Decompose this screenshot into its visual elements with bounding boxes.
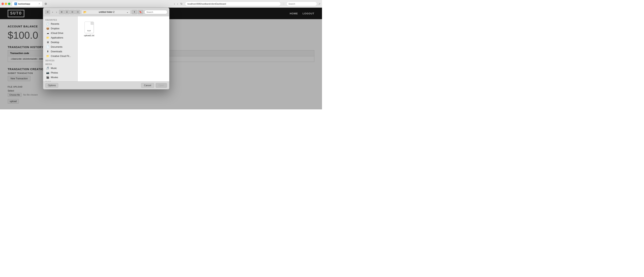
dialog-overlay: ⊞ ‹ › ⊞ ☰ ⊟ ⊡ 📂 untitled folder 2 ⌄ ⬆ — [0, 8, 322, 109]
view-icon-button[interactable]: ⊞ — [45, 10, 50, 14]
downloads-icon: ⬇ — [46, 50, 49, 53]
icloud-icon: ☁ — [46, 32, 49, 34]
tab-title: bankwebapp — [18, 3, 30, 5]
view-grid-button[interactable]: ⊞ — [59, 10, 64, 14]
photos-icon: 📷 — [46, 71, 49, 74]
sidebar-item-desktop-label: Desktop — [51, 41, 59, 44]
sidebar-item-movies-label: Movies — [51, 76, 58, 79]
sidebar-item-icloud[interactable]: ☁ iCloud Drive — [44, 31, 77, 35]
music-icon: 🎵 — [46, 67, 49, 69]
favorites-section-label: Favorites — [43, 18, 78, 21]
tab-bar: B bankwebapp ✕ ⊕ — [12, 1, 172, 6]
dropbox-icon: 📦 — [46, 27, 49, 30]
tab-close-button[interactable]: ✕ — [38, 3, 40, 5]
documents-icon: 📄 — [46, 45, 49, 48]
sidebar-item-movies[interactable]: 🎬 Movies — [44, 75, 77, 79]
sidebar-item-documents[interactable]: 📄 Documents — [44, 45, 77, 49]
open-button[interactable]: Open — [156, 83, 167, 88]
tab-favicon: B — [14, 2, 17, 5]
close-window-button[interactable] — [2, 3, 4, 5]
options-button[interactable]: Options — [46, 83, 58, 88]
address-bar[interactable] — [185, 1, 281, 6]
sidebar-item-music-label: Music — [51, 67, 57, 69]
nav-controls: ‹ › ↻ — [173, 2, 184, 6]
txt-badge: TXT — [87, 30, 91, 32]
recents-icon: 🕐 — [46, 22, 49, 25]
browser-search-input[interactable] — [286, 1, 317, 6]
desktop-icon: 🖥 — [46, 41, 49, 44]
sidebar-item-documents-label: Documents — [51, 46, 62, 48]
cancel-button[interactable]: Cancel — [141, 83, 154, 88]
sidebar-item-recents[interactable]: 🕐 Recents — [44, 22, 77, 26]
sidebar-item-dropbox-label: Dropbox — [51, 27, 60, 30]
file-item[interactable]: TXT upload1.txt — [82, 20, 97, 38]
picker-forward-button[interactable]: › — [55, 10, 58, 14]
sidebar-item-desktop[interactable]: 🖥 Desktop — [44, 40, 77, 44]
reload-button[interactable]: ↻ — [180, 2, 184, 6]
fullscreen-button[interactable]: ⤢ — [318, 2, 320, 5]
view-buttons: ⊞ — [45, 10, 50, 14]
devices-section-label: Devices — [43, 58, 78, 62]
website: SUTO HOME LOGOUT ACCOUNT BALANCE $100.0 … — [0, 8, 322, 109]
sidebar-item-applications[interactable]: 📁 Applications — [44, 35, 77, 40]
sidebar-item-photos-label: Photos — [51, 71, 58, 74]
picker-toolbar: ⊞ ‹ › ⊞ ☰ ⊟ ⊡ 📂 untitled folder 2 ⌄ ⬆ — [43, 8, 169, 16]
traffic-lights — [2, 3, 10, 5]
bookmark-button[interactable]: ☆ — [282, 2, 285, 5]
forward-button[interactable]: › — [176, 2, 179, 6]
sidebar-item-dropbox[interactable]: 📦 Dropbox — [44, 26, 77, 31]
view-column-button[interactable]: ⊟ — [70, 10, 75, 14]
tags-section-label: Tags — [43, 80, 78, 81]
sidebar-item-photos[interactable]: 📷 Photos — [44, 70, 77, 75]
back-button[interactable]: ‹ — [173, 2, 176, 6]
sidebar-item-icloud-label: iCloud Drive — [51, 32, 63, 34]
creative-cloud-icon: 📁 — [46, 55, 49, 57]
picker-body: Favorites 🕐 Recents 📦 Dropbox ☁ iCloud D… — [43, 16, 169, 81]
movies-icon: 🎬 — [46, 76, 49, 79]
file-picker-dialog: ⊞ ‹ › ⊞ ☰ ⊟ ⊡ 📂 untitled folder 2 ⌄ ⬆ — [43, 8, 170, 89]
file-name: upload1.txt — [84, 34, 94, 36]
picker-footer: Options Cancel Open — [43, 81, 169, 89]
picker-main-area: TXT upload1.txt — [78, 16, 169, 81]
picker-search-input[interactable] — [144, 10, 167, 14]
maximize-window-button[interactable] — [8, 3, 10, 5]
share-button[interactable]: ⬆ — [132, 10, 137, 14]
browser-chrome: B bankwebapp ✕ ⊕ ‹ › ↻ ☆ ⤢ — [0, 0, 322, 8]
folder-name: untitled folder 2 — [99, 11, 114, 13]
folder-dropdown[interactable]: 📂 untitled folder 2 ⌄ — [81, 10, 130, 14]
footer-right-buttons: Cancel Open — [141, 83, 167, 88]
sidebar-item-recents-label: Recents — [51, 22, 59, 25]
sidebar-item-downloads[interactable]: ⬇ Downloads — [44, 49, 77, 54]
minimize-window-button[interactable] — [5, 3, 7, 5]
sidebar-item-music[interactable]: 🎵 Music — [44, 66, 77, 70]
sidebar-item-creative-cloud-label: Creative Cloud Fil... — [51, 55, 71, 57]
sidebar-item-applications-label: Applications — [51, 36, 63, 39]
picker-back-button[interactable]: ‹ — [51, 10, 54, 14]
browser-tab[interactable]: B bankwebapp ✕ — [12, 1, 42, 6]
sidebar-item-creative-cloud[interactable]: 📁 Creative Cloud Fil... — [44, 54, 77, 58]
picker-sidebar: Favorites 🕐 Recents 📦 Dropbox ☁ iCloud D… — [43, 16, 78, 81]
media-section-label: Media — [43, 62, 78, 66]
view-cover-button[interactable]: ⊡ — [75, 10, 80, 14]
view-mode-buttons: ⊞ ☰ ⊟ ⊡ — [59, 10, 80, 14]
folder-icon: 📂 — [84, 10, 87, 13]
picker-action-buttons: ⬆ 🔖 — [132, 10, 143, 14]
sidebar-item-downloads-label: Downloads — [51, 50, 62, 53]
view-list-button[interactable]: ☰ — [64, 10, 70, 14]
tag-button[interactable]: 🔖 — [138, 10, 143, 14]
txt-file-icon: TXT — [84, 22, 94, 33]
new-tab-button[interactable]: ⊕ — [43, 1, 48, 6]
folder-dropdown-arrow: ⌄ — [126, 11, 128, 13]
applications-icon: 📁 — [46, 36, 49, 39]
